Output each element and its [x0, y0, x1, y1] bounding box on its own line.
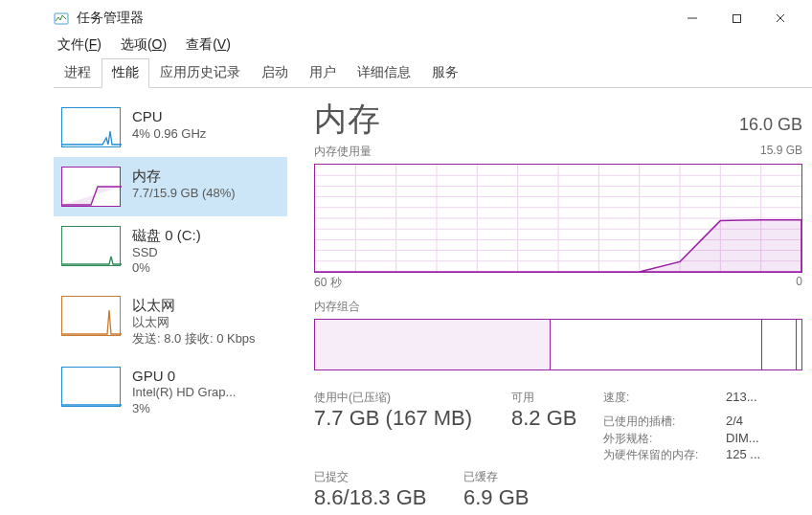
menu-view[interactable]: 查看(V) — [182, 34, 235, 56]
memory-stats-grid: 使用中(已压缩) 可用 速度: 213... 7.7 GB (167 MB) 8… — [314, 390, 802, 463]
sidebar-item-disk[interactable]: 磁盘 0 (C:) SSD 0% — [54, 216, 287, 286]
disk-sub2: 0% — [132, 260, 201, 277]
inuse-value: 7.7 GB (167 MB) — [314, 406, 506, 431]
gpu-title: GPU 0 — [132, 367, 236, 386]
reserved-value: 125 ... — [726, 447, 779, 461]
tab-apphistory[interactable]: 应用历史记录 — [149, 58, 251, 88]
avail-value: 8.2 GB — [511, 406, 598, 431]
inuse-label: 使用中(已压缩) — [314, 390, 506, 406]
cached-value: 6.9 GB — [463, 485, 607, 510]
memory-usage-chart[interactable] — [314, 164, 802, 273]
sidebar-item-gpu[interactable]: GPU 0 Intel(R) HD Grap... 3% — [54, 357, 287, 427]
window-title: 任务管理器 — [77, 10, 144, 27]
performance-body: CPU 4% 0.96 GHz 内存 7.7/15.9 GB (48%) — [54, 88, 812, 510]
axis-left: 60 秒 — [314, 275, 342, 291]
tab-services[interactable]: 服务 — [421, 58, 469, 88]
speed-value: 213... — [726, 390, 779, 404]
disk-thumb-icon — [61, 226, 121, 266]
task-manager-icon — [54, 11, 69, 26]
axis-right: 0 — [796, 275, 802, 291]
disk-sub1: SSD — [132, 245, 201, 261]
memory-title: 内存 — [132, 167, 236, 186]
resource-sidebar: CPU 4% 0.96 GHz 内存 7.7/15.9 GB (48%) — [54, 98, 287, 510]
memory-composition-chart[interactable] — [314, 319, 802, 370]
cpu-thumb-icon — [61, 107, 121, 147]
form-label: 外形规格: — [603, 431, 720, 447]
cached-label: 已缓存 — [463, 469, 607, 485]
reserved-label: 为硬件保留的内存: — [603, 447, 720, 463]
cpu-sub: 4% 0.96 GHz — [132, 126, 206, 143]
committed-value: 8.6/18.3 GB — [314, 485, 458, 510]
memory-panel: 内存 16.0 GB 内存使用量 15.9 GB 60 秒 0 内存组合 — [287, 98, 812, 510]
tab-performance[interactable]: 性能 — [102, 58, 149, 88]
tab-startup[interactable]: 启动 — [251, 58, 299, 88]
speed-label: 速度: — [603, 390, 720, 406]
ethernet-thumb-icon — [61, 296, 121, 336]
usage-chart-label: 内存使用量 — [314, 144, 372, 160]
sidebar-item-memory[interactable]: 内存 7.7/15.9 GB (48%) — [54, 157, 287, 216]
disk-title: 磁盘 0 (C:) — [132, 226, 201, 245]
memory-thumb-icon — [61, 167, 121, 207]
eth-title: 以太网 — [132, 296, 256, 315]
cpu-title: CPU — [132, 107, 206, 126]
tab-details[interactable]: 详细信息 — [347, 58, 421, 88]
panel-total-memory: 16.0 GB — [739, 115, 802, 135]
svg-rect-2 — [733, 14, 740, 22]
title-bar: 任务管理器 — [54, 6, 812, 31]
sidebar-item-cpu[interactable]: CPU 4% 0.96 GHz — [54, 98, 287, 157]
memory-sub: 7.7/15.9 GB (48%) — [132, 186, 236, 202]
gpu-sub1: Intel(R) HD Grap... — [132, 385, 236, 401]
close-button[interactable] — [758, 6, 802, 31]
committed-label: 已提交 — [314, 469, 458, 485]
menu-file[interactable]: 文件(F) — [54, 34, 105, 56]
window-controls — [670, 6, 802, 31]
avail-label: 可用 — [511, 390, 598, 406]
minimize-button[interactable] — [670, 6, 714, 31]
usage-chart-max: 15.9 GB — [760, 144, 802, 160]
menu-bar: 文件(F) 选项(O) 查看(V) — [54, 31, 812, 56]
sidebar-item-ethernet[interactable]: 以太网 以太网 发送: 8.0 接收: 0 Kbps — [54, 286, 287, 356]
gpu-thumb-icon — [61, 367, 121, 407]
eth-sub1: 以太网 — [132, 315, 256, 331]
slots-value: 2/4 — [726, 414, 779, 428]
tab-processes[interactable]: 进程 — [54, 58, 102, 88]
menu-options[interactable]: 选项(O) — [117, 34, 170, 56]
tab-users[interactable]: 用户 — [299, 58, 347, 88]
form-value: DIM... — [726, 431, 779, 445]
panel-heading: 内存 — [314, 98, 381, 142]
tab-bar: 进程 性能 应用历史记录 启动 用户 详细信息 服务 — [54, 57, 812, 88]
maximize-button[interactable] — [714, 6, 758, 31]
gpu-sub2: 3% — [132, 401, 236, 417]
composition-label: 内存组合 — [314, 299, 802, 315]
eth-sub2: 发送: 8.0 接收: 0 Kbps — [132, 331, 256, 347]
slots-label: 已使用的插槽: — [603, 414, 720, 430]
